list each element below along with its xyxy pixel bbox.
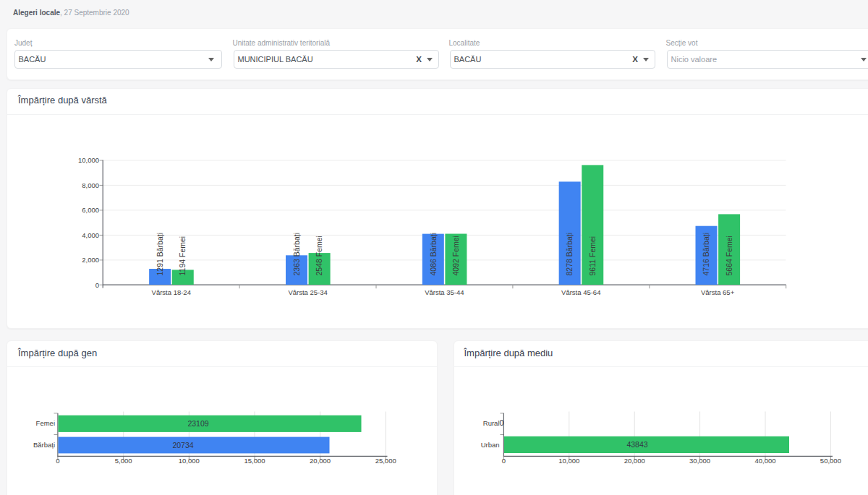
svg-text:Vârsta 25-34: Vârsta 25-34: [288, 288, 327, 296]
svg-text:43843: 43843: [626, 440, 647, 449]
svg-text:Vârsta 45-64: Vârsta 45-64: [561, 288, 600, 296]
svg-text:4716 Bărbați: 4716 Bărbați: [702, 233, 710, 276]
svg-text:Bărbați: Bărbați: [33, 441, 55, 449]
svg-text:0: 0: [502, 457, 506, 465]
svg-text:4,000: 4,000: [82, 231, 99, 239]
svg-text:Vârsta 65+: Vârsta 65+: [701, 288, 735, 296]
svg-text:20734: 20734: [172, 441, 193, 449]
svg-text:20,000: 20,000: [310, 457, 331, 465]
svg-text:2363 Bărbați: 2363 Bărbați: [292, 233, 301, 276]
svg-text:8278 Bărbați: 8278 Bărbați: [565, 233, 574, 276]
svg-text:0: 0: [500, 418, 504, 427]
svg-text:50,000: 50,000: [820, 457, 841, 465]
svg-text:20,000: 20,000: [624, 457, 645, 465]
svg-text:1194 Femei: 1194 Femei: [178, 236, 187, 276]
svg-text:Urban: Urban: [481, 441, 500, 449]
svg-text:5,000: 5,000: [115, 457, 132, 465]
svg-text:Rural: Rural: [483, 419, 500, 427]
svg-text:15,000: 15,000: [244, 457, 265, 465]
svg-text:2,000: 2,000: [82, 256, 99, 264]
svg-text:4092 Femei: 4092 Femei: [451, 236, 460, 275]
svg-text:10,000: 10,000: [558, 457, 579, 465]
svg-text:23109: 23109: [187, 419, 208, 428]
svg-text:5664 Femei: 5664 Femei: [725, 236, 733, 275]
svg-text:30,000: 30,000: [689, 457, 710, 465]
svg-text:Vârsta 18-24: Vârsta 18-24: [152, 288, 191, 296]
svg-text:25,000: 25,000: [375, 457, 396, 465]
svg-text:40,000: 40,000: [754, 457, 775, 465]
svg-text:0: 0: [56, 457, 59, 465]
svg-text:Vârsta 35-44: Vârsta 35-44: [425, 288, 464, 296]
svg-text:4086 Bărbați: 4086 Bărbați: [429, 233, 438, 276]
svg-text:10,000: 10,000: [179, 457, 200, 465]
svg-text:0: 0: [95, 281, 99, 289]
svg-text:9611 Femei: 9611 Femei: [588, 236, 597, 276]
svg-text:2548 Femei: 2548 Femei: [315, 236, 323, 275]
svg-text:Femei: Femei: [36, 419, 55, 427]
svg-text:10,000: 10,000: [78, 156, 99, 164]
svg-text:6,000: 6,000: [82, 206, 99, 214]
svg-text:8,000: 8,000: [82, 181, 99, 189]
svg-text:1291 Bărbați: 1291 Bărbați: [156, 233, 164, 276]
